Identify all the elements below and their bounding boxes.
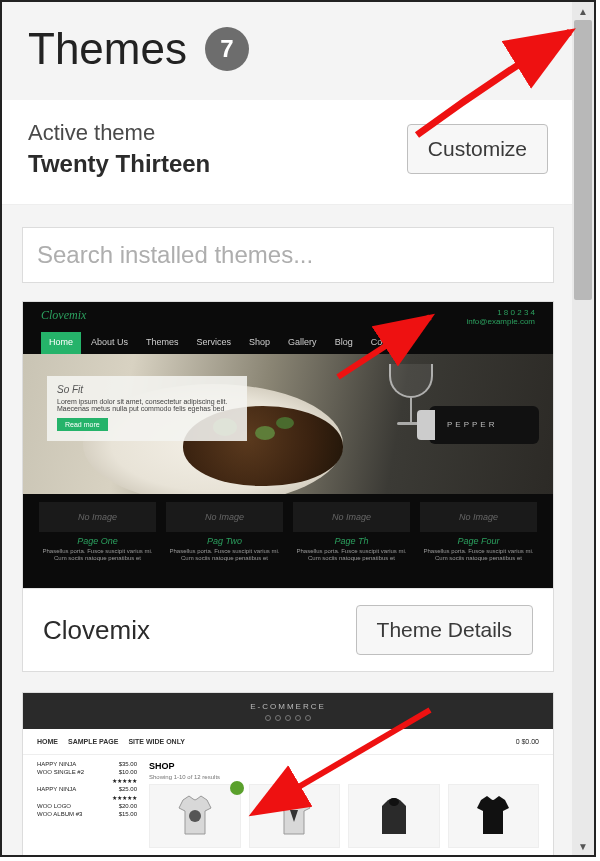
- content-scroll-area: Themes 7 Active theme Twenty Thirteen Cu…: [2, 2, 574, 855]
- scrollbar-up-arrow-icon[interactable]: ▲: [572, 2, 594, 20]
- preview-thumb: No Image Page Four Phasellus porta. Fusc…: [420, 502, 537, 582]
- preview-brandbar: E-COMMERCE: [23, 693, 553, 729]
- scrollbar-down-arrow-icon[interactable]: ▼: [572, 837, 594, 855]
- preview-logo: Clovemix: [41, 308, 86, 326]
- theme-count-badge: 7: [205, 27, 249, 71]
- preview-nav-item: Home: [41, 332, 81, 354]
- preview-sidebar: HAPPY NINJA$35.00 WOO SINGLE #2$10.00 ★★…: [37, 761, 137, 848]
- preview-phone: 1 8 0 2 3 4info@example.com: [466, 308, 535, 326]
- preview-nav-item: Themes: [138, 332, 187, 354]
- preview-nav: Home About Us Themes Services Shop Galle…: [23, 332, 553, 354]
- theme-card-ecommerce[interactable]: E-COMMERCE HOME SAMPLE PAGE SITE WIDE ON…: [22, 692, 554, 855]
- svg-point-1: [389, 798, 399, 806]
- search-input[interactable]: [22, 227, 554, 283]
- scrollbar-thumb[interactable]: [574, 20, 592, 300]
- theme-details-button[interactable]: Theme Details: [356, 605, 533, 655]
- preview-caption: So Fit Lorem ipsum dolor sit amet, conse…: [47, 376, 247, 441]
- svg-point-0: [189, 810, 201, 822]
- preview-nav-item: Contact: [363, 332, 410, 354]
- preview-thumbs: No Image Page One Phasellus porta. Fusce…: [23, 494, 553, 588]
- preview-product: [448, 784, 540, 848]
- theme-preview: Clovemix 1 8 0 2 3 4info@example.com Hom…: [23, 302, 553, 588]
- active-theme-label: Active theme: [28, 120, 210, 146]
- theme-name: Clovemix: [43, 615, 150, 646]
- customize-button[interactable]: Customize: [407, 124, 548, 174]
- theme-card-clovemix[interactable]: Clovemix 1 8 0 2 3 4info@example.com Hom…: [22, 301, 554, 672]
- preview-nav-item: Gallery: [280, 332, 325, 354]
- window-frame: Themes 7 Active theme Twenty Thirteen Cu…: [0, 0, 596, 857]
- preview-nav-item: Services: [189, 332, 240, 354]
- preview-main: SHOP Showing 1-10 of 12 results: [149, 761, 539, 848]
- preview-thumb: No Image Pag Two Phasellus porta. Fusce …: [166, 502, 283, 582]
- search-wrapper: [2, 205, 574, 301]
- preview-nav-item: Blog: [327, 332, 361, 354]
- preview-nav: HOME SAMPLE PAGE SITE WIDE ONLY 0 $0.00: [23, 729, 553, 755]
- active-theme-name: Twenty Thirteen: [28, 150, 210, 178]
- page-title: Themes: [28, 24, 187, 74]
- theme-card-footer: Clovemix Theme Details: [23, 588, 553, 671]
- preview-nav-item: About Us: [83, 332, 136, 354]
- preview-cart: 0 $0.00: [516, 738, 539, 745]
- preview-caption-button: Read more: [57, 418, 108, 431]
- vertical-scrollbar[interactable]: ▲ ▼: [572, 2, 594, 855]
- preview-product: [348, 784, 440, 848]
- page-header: Themes 7: [2, 2, 574, 100]
- preview-thumb: No Image Page Th Phasellus porta. Fusce …: [293, 502, 410, 582]
- active-theme-panel: Active theme Twenty Thirteen Customize: [2, 100, 574, 205]
- preview-nav-item: Shop: [241, 332, 278, 354]
- preview-product: [149, 784, 241, 848]
- preview-hero: So Fit Lorem ipsum dolor sit amet, conse…: [23, 354, 553, 494]
- preview-product: [249, 784, 341, 848]
- preview-thumb: No Image Page One Phasellus porta. Fusce…: [39, 502, 156, 582]
